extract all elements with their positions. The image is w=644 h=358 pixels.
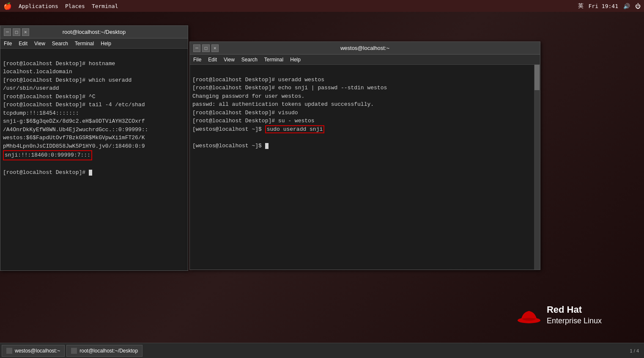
svg-rect-2 bbox=[8, 352, 10, 353]
minimize-btn-root[interactable]: ─ bbox=[4, 28, 11, 36]
topbar-right: 英 Fri 19:41 🔊 ⏻ bbox=[578, 2, 641, 10]
taskbar-label-root: root@localhost:~/Desktop bbox=[79, 348, 138, 354]
line-11: pMhb4Lpn0nJsCIDD858JwK5P1HY0.jv0/:18460:… bbox=[3, 143, 145, 149]
taskbar-icon-root bbox=[71, 348, 77, 354]
menu-help-root[interactable]: Help bbox=[101, 41, 111, 47]
applications-menu[interactable]: Applications bbox=[19, 3, 58, 9]
terminal-menu[interactable]: Terminal bbox=[92, 3, 118, 9]
highlighted-line: snji:!!:18460:0:99999:7::: bbox=[3, 150, 92, 160]
topbar: 🍎 Applications Places Terminal 英 Fri 19:… bbox=[0, 0, 644, 12]
taskbar-icon-westos bbox=[6, 348, 12, 354]
westos-highlighted-cmd: sudo useradd snji bbox=[265, 125, 325, 133]
menu-edit-westos[interactable]: Edit bbox=[208, 57, 217, 63]
line-9: /A4OnrDkKyEfW8WN.Ub4Ej2wuchrdGcc.::0:999… bbox=[3, 127, 148, 141]
menu-file-westos[interactable]: File bbox=[193, 57, 201, 63]
menu-search-westos[interactable]: Search bbox=[241, 57, 258, 63]
terminal-window-westos: ─ □ ✕ westos@localhost:~ File Edit View … bbox=[189, 41, 540, 270]
taskbar-item-westos[interactable]: westos@localhost:~ bbox=[2, 345, 65, 357]
close-btn-westos[interactable]: ✕ bbox=[211, 44, 219, 52]
terminal-content-westos[interactable]: [root@localhost Desktop]# useradd westos… bbox=[190, 65, 540, 270]
line-1: [root@localhost Desktop]# hostname local… bbox=[3, 61, 145, 108]
line-13: [root@localhost Desktop]# bbox=[3, 169, 92, 176]
scrollbar-westos[interactable] bbox=[534, 65, 540, 270]
westos-line-1: [root@localhost Desktop]# useradd westos… bbox=[192, 77, 387, 132]
window-title-root: root@localhost:~/Desktop bbox=[29, 29, 159, 35]
power-icon[interactable]: ⏻ bbox=[635, 3, 641, 9]
titlebar-westos: ─ □ ✕ westos@localhost:~ bbox=[190, 42, 540, 55]
terminal-content-root[interactable]: [root@localhost Desktop]# hostname local… bbox=[0, 49, 188, 270]
close-btn-root[interactable]: ✕ bbox=[22, 28, 29, 36]
taskbar-item-root[interactable]: root@localhost:~/Desktop bbox=[66, 345, 143, 357]
window-controls-westos: ─ □ ✕ bbox=[193, 44, 219, 52]
line-7: tcpdump:!!:18454::::::: snji-g:$6$g3qeDZ… bbox=[3, 110, 145, 125]
terminal-window-root: ─ □ ✕ root@localhost:~/Desktop File Edit… bbox=[0, 25, 188, 271]
taskbar: westos@localhost:~ root@localhost:~/Desk… bbox=[0, 343, 644, 358]
menu-view-root[interactable]: View bbox=[34, 41, 45, 47]
redhat-product: Enterprise Linux bbox=[547, 316, 602, 326]
scrollbar-thumb-westos[interactable] bbox=[534, 65, 540, 90]
maximize-btn-westos[interactable]: □ bbox=[202, 44, 209, 52]
language-indicator: 英 bbox=[578, 2, 584, 10]
minimize-btn-westos[interactable]: ─ bbox=[193, 44, 200, 52]
menu-edit-root[interactable]: Edit bbox=[19, 41, 27, 47]
volume-icon[interactable]: 🔊 bbox=[623, 3, 630, 9]
taskbar-label-westos: westos@localhost:~ bbox=[15, 348, 60, 354]
menu-search-root[interactable]: Search bbox=[52, 41, 68, 47]
redhat-name: Red Hat bbox=[547, 304, 602, 316]
svg-rect-1 bbox=[7, 349, 12, 352]
taskbar-pager: 1 / 4 bbox=[630, 348, 642, 353]
places-menu[interactable]: Places bbox=[65, 3, 85, 9]
redhat-logo: Red Hat Enterprise Linux bbox=[516, 304, 602, 326]
svg-rect-3 bbox=[71, 349, 77, 352]
desktop: ─ □ ✕ root@localhost:~/Desktop File Edit… bbox=[0, 12, 644, 343]
menu-help-westos[interactable]: Help bbox=[290, 57, 301, 63]
menu-file-root[interactable]: File bbox=[4, 41, 12, 47]
westos-line-last: [westos@localhost ~]$ bbox=[192, 143, 269, 149]
redhat-hat-icon bbox=[516, 304, 542, 325]
apple-menu[interactable]: 🍎 bbox=[3, 2, 12, 10]
clock: Fri 19:41 bbox=[589, 3, 618, 9]
menubar-root: File Edit View Search Terminal Help bbox=[0, 39, 188, 49]
maximize-btn-root[interactable]: □ bbox=[13, 28, 20, 36]
menu-view-westos[interactable]: View bbox=[224, 57, 235, 63]
menu-terminal-root[interactable]: Terminal bbox=[75, 41, 94, 47]
topbar-left: 🍎 Applications Places Terminal bbox=[3, 2, 118, 10]
svg-rect-4 bbox=[73, 352, 75, 353]
titlebar-root: ─ □ ✕ root@localhost:~/Desktop bbox=[0, 26, 188, 39]
menu-terminal-westos[interactable]: Terminal bbox=[264, 57, 283, 63]
window-controls-root: ─ □ ✕ bbox=[4, 28, 29, 36]
redhat-text: Red Hat Enterprise Linux bbox=[547, 304, 602, 326]
menubar-westos: File Edit View Search Terminal Help bbox=[190, 55, 540, 65]
window-title-westos: westos@localhost:~ bbox=[219, 45, 511, 51]
